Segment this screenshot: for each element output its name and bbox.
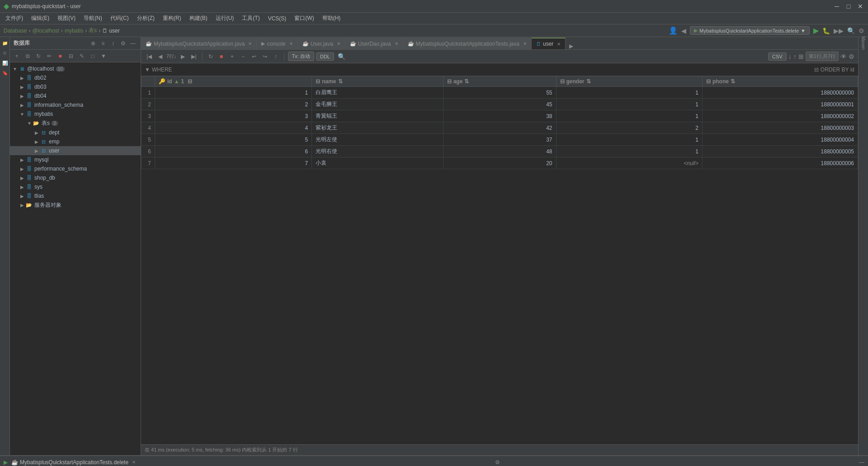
cell-gender[interactable]: <null> — [556, 157, 702, 169]
tree-arrow-tlias[interactable]: ▶ — [19, 193, 25, 199]
db-table-btn[interactable]: ⊟ — [66, 51, 76, 61]
tree-item-user[interactable]: ▶ ⊟ user — [10, 146, 141, 155]
tree-item-information-schema[interactable]: ▶ 🗄 information_schema — [10, 100, 141, 109]
nav-run-btn[interactable]: ▶ — [813, 26, 819, 35]
breadcrumb-localhost[interactable]: @localhost — [32, 28, 59, 34]
table-row[interactable]: 66光明右使48118800000005 — [142, 146, 858, 157]
cell-name[interactable]: 青翼蝠王 — [312, 110, 443, 122]
cell-id[interactable]: 6 — [155, 146, 312, 157]
db-close-btn[interactable]: — — [129, 39, 137, 48]
tree-item-db02[interactable]: ▶ 🗄 db02 — [10, 73, 141, 82]
breadcrumb-database[interactable]: Database — [4, 28, 27, 34]
col-header-gender[interactable]: ⊟ gender ⇅ — [556, 76, 702, 87]
cell-age[interactable]: 20 — [443, 157, 556, 169]
cell-phone[interactable]: 18800000000 — [702, 87, 858, 99]
sql-up-btn[interactable]: ↑ — [271, 52, 280, 61]
sql-next-btn[interactable]: ▶ — [179, 52, 188, 61]
menu-file[interactable]: 文件(F) — [2, 14, 27, 23]
sql-undo-btn[interactable]: ↩ — [250, 52, 259, 61]
cell-gender[interactable]: 1 — [556, 87, 702, 99]
cell-name[interactable]: 光明右使 — [312, 146, 443, 157]
run-config-dropdown[interactable]: ▶ MybatisplusQuickstartApplicationTests.… — [690, 26, 810, 35]
run-panel-settings[interactable]: ⚙ — [495, 459, 500, 466]
tab-close-app[interactable]: ✕ — [248, 41, 252, 46]
cell-age[interactable]: 42 — [443, 122, 556, 134]
db-refresh-btn[interactable]: ⊕ — [89, 39, 97, 48]
cell-age[interactable]: 37 — [443, 134, 556, 146]
close-button[interactable]: ✕ — [856, 2, 864, 10]
cell-phone[interactable]: 18800000003 — [702, 122, 858, 134]
sql-prev-btn[interactable]: ◀ — [156, 52, 165, 61]
db-settings-btn[interactable]: ⚙ — [119, 39, 127, 48]
sql-reload-btn[interactable]: ↻ — [206, 52, 215, 61]
sql-tx-btn[interactable]: Tx: 自动 — [288, 52, 314, 61]
menu-nav[interactable]: 导航(N) — [80, 14, 106, 23]
tree-arrow-mybatis[interactable]: ▼ — [19, 111, 25, 117]
tree-item-sys[interactable]: ▶ 🗄 sys — [10, 182, 141, 191]
tree-item-shop-db[interactable]: ▶ 🗄 shop_db — [10, 173, 141, 182]
tree-arrow-info[interactable]: ▶ — [19, 102, 25, 108]
sql-view-btn[interactable]: 👁 — [840, 53, 847, 60]
cell-name[interactable]: 光明左使 — [312, 134, 443, 146]
tab-expand-btn[interactable]: ▶ — [566, 43, 577, 49]
sidebar-icon-commit[interactable]: ⚙ — [1, 49, 9, 57]
db-add-btn[interactable]: + — [12, 51, 22, 61]
tab-close-user[interactable]: ✕ — [337, 41, 340, 46]
tree-arrow-tables[interactable]: ▼ — [26, 120, 33, 127]
sql-ddl-btn[interactable]: DDL — [316, 52, 334, 61]
tree-item-server-objects[interactable]: ▶ 📂 服务器对象 — [10, 200, 141, 210]
db-edit-btn[interactable]: ✏ — [44, 51, 54, 61]
cell-name[interactable]: 紫衫龙王 — [312, 122, 443, 134]
tree-item-perf-schema[interactable]: ▶ 🗄 performance_schema — [10, 164, 141, 173]
sql-settings2-btn[interactable]: ⚙ — [849, 53, 854, 60]
sidebar-icon-project[interactable]: 📁 — [1, 39, 9, 47]
tree-item-mysql[interactable]: ▶ 🗄 mysql — [10, 155, 141, 164]
db-filter2-btn[interactable]: ▼ — [99, 51, 108, 61]
menu-window[interactable]: 窗口(W) — [291, 14, 317, 23]
tree-arrow-sys[interactable]: ▶ — [19, 184, 25, 190]
table-row[interactable]: 22金毛狮王45118800000001 — [142, 99, 858, 110]
db-filter-btn[interactable]: ↕ — [109, 39, 117, 48]
tab-close-console[interactable]: ✕ — [289, 41, 293, 46]
tab-mybatisplus-app[interactable]: ☕ MybatisplusQuickstartApplication.java … — [141, 38, 257, 49]
menu-help[interactable]: 帮助(H) — [319, 14, 344, 23]
cell-id[interactable]: 2 — [155, 99, 312, 110]
cell-gender[interactable]: 1 — [556, 134, 702, 146]
cell-gender[interactable]: 2 — [556, 122, 702, 134]
cell-name[interactable]: 白眉鹰王 — [312, 87, 443, 99]
tree-arrow-dept[interactable]: ▶ — [33, 129, 40, 136]
menu-tools[interactable]: 工具(T) — [238, 14, 263, 23]
table-row[interactable]: 33青翼蝠王38118800000002 — [142, 110, 858, 122]
tree-arrow-db04[interactable]: ▶ — [19, 93, 25, 99]
menu-run[interactable]: 运行(U) — [212, 14, 238, 23]
db-copy-btn[interactable]: ⧉ — [23, 51, 33, 61]
tree-item-localhost[interactable]: ▼ 🖥 @localhost 10 — [10, 64, 141, 73]
cell-gender[interactable]: 1 — [556, 146, 702, 157]
tree-arrow-emp[interactable]: ▶ — [33, 138, 40, 145]
cell-phone[interactable]: 18800000002 — [702, 110, 858, 122]
tree-arrow-mysql[interactable]: ▶ — [19, 157, 25, 163]
sql-search-icon[interactable]: 🔍 — [338, 53, 345, 60]
tree-item-tables[interactable]: ▼ 📂 表s 3 — [10, 119, 141, 128]
db-sort-btn[interactable]: ≡ — [99, 39, 107, 48]
nav-debug-btn[interactable]: 🐛 — [822, 27, 830, 34]
nav-more-run-btn[interactable]: ▶▶ — [834, 27, 844, 34]
menu-analyze[interactable]: 分析(Z) — [133, 14, 158, 23]
sql-minus-btn[interactable]: − — [239, 52, 248, 61]
cell-age[interactable]: 48 — [443, 146, 556, 157]
sql-first-btn[interactable]: |◀ — [145, 52, 154, 61]
table-row[interactable]: 55光明左使37118800000004 — [142, 134, 858, 146]
tab-user-table[interactable]: 🗒 user ✕ — [532, 38, 566, 49]
tab-console[interactable]: ▶ console ✕ — [257, 38, 297, 49]
cell-name[interactable]: 小袁 — [312, 157, 443, 169]
cell-age[interactable]: 55 — [443, 87, 556, 99]
cell-phone[interactable]: 18800000005 — [702, 146, 858, 157]
nav-settings-btn[interactable]: ⚙ — [859, 27, 864, 34]
menu-vcs[interactable]: VCS(S) — [264, 14, 290, 23]
col-phone-sort[interactable]: ⇅ — [731, 78, 735, 85]
cell-id[interactable]: 1 — [155, 87, 312, 99]
cell-age[interactable]: 45 — [443, 99, 556, 110]
cell-id[interactable]: 3 — [155, 110, 312, 122]
table-row[interactable]: 44紫衫龙王42218800000003 — [142, 122, 858, 134]
db-edit2-btn[interactable]: ✎ — [77, 51, 87, 61]
